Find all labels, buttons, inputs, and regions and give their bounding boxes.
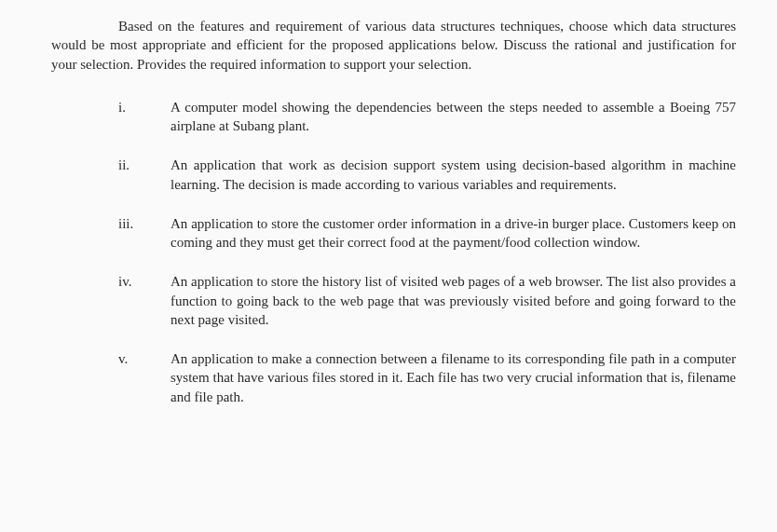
list-marker: ii. <box>116 156 170 194</box>
list-item-text: An application to make a connection betw… <box>170 349 736 406</box>
list-item-text: An application to store the customer ord… <box>170 214 736 252</box>
list-item: v. An application to make a connection b… <box>116 349 736 406</box>
list-item-text: An application to store the history list… <box>170 272 736 329</box>
list-item-text: A computer model showing the dependencie… <box>170 98 736 136</box>
list-item-text: An application that work as decision sup… <box>170 156 736 194</box>
list-marker: v. <box>116 349 170 406</box>
intro-paragraph: Based on the features and requirement of… <box>51 17 736 74</box>
list-item: iv. An application to store the history … <box>116 272 736 329</box>
list-marker: i. <box>116 98 170 136</box>
list-item: iii. An application to store the custome… <box>116 214 736 252</box>
list-marker: iv. <box>116 272 170 329</box>
ordered-list: i. A computer model showing the dependen… <box>51 98 736 406</box>
intro-text: Based on the features and requirement of… <box>51 19 736 72</box>
list-item: i. A computer model showing the dependen… <box>116 98 736 136</box>
list-item: ii. An application that work as decision… <box>116 156 736 194</box>
list-marker: iii. <box>116 214 170 252</box>
